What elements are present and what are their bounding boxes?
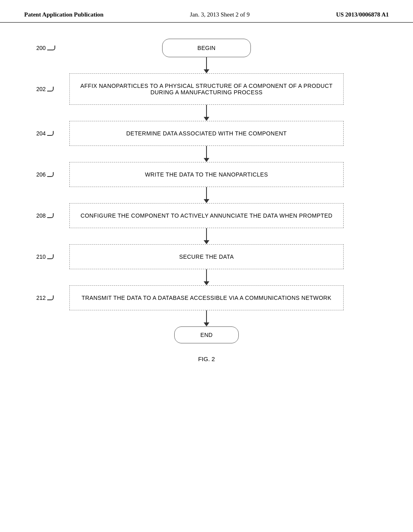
step-210-box: SECURE THE DATA xyxy=(69,244,344,269)
begin-label: BEGIN xyxy=(198,45,216,51)
arrow-head-4 xyxy=(204,199,209,203)
step-208-text: CONFIGURE THE COMPONENT TO ACTIVELY ANNU… xyxy=(81,212,333,219)
flowchart: 200 BEGIN 202 AFFIX NANOPARTICLES TO A P… xyxy=(24,35,389,343)
arrow-line-7 xyxy=(206,310,207,322)
diagram-area: 200 BEGIN 202 AFFIX NANOPARTICLES TO A P… xyxy=(0,23,413,378)
step-206-label: 206 xyxy=(36,171,54,178)
step-210-label: 210 xyxy=(36,254,54,260)
step-208-box: CONFIGURE THE COMPONENT TO ACTIVELY ANNU… xyxy=(69,203,344,228)
step-204-box: DETERMINE DATA ASSOCIATED WITH THE COMPO… xyxy=(69,121,344,146)
end-box: END xyxy=(174,326,239,343)
arrow-line-2 xyxy=(206,105,207,117)
step-212-number: 212 xyxy=(36,295,46,301)
step-202-label: 202 xyxy=(36,86,54,92)
header-publication-label: Patent Application Publication xyxy=(24,11,104,18)
step-204-number: 204 xyxy=(36,130,46,137)
step-212-text: TRANSMIT THE DATA TO A DATABASE ACCESSIB… xyxy=(81,295,332,301)
step-204-row: 204 DETERMINE DATA ASSOCIATED WITH THE C… xyxy=(24,121,389,146)
arrow-line-6 xyxy=(206,269,207,281)
figure-label-text: FIG. 2 xyxy=(198,355,215,362)
arrow-5 xyxy=(204,228,209,244)
step-200-label: 200 xyxy=(36,45,55,51)
step-208-row: 208 CONFIGURE THE COMPONENT TO ACTIVELY … xyxy=(24,203,389,228)
corner-marker-212 xyxy=(47,295,54,300)
arrow-head-5 xyxy=(204,240,209,244)
arrow-1 xyxy=(204,57,209,73)
step-206-row: 206 WRITE THE DATA TO THE NANOPARTICLES xyxy=(24,162,389,187)
step-202-row: 202 AFFIX NANOPARTICLES TO A PHYSICAL ST… xyxy=(24,73,389,105)
step-210-number: 210 xyxy=(36,254,46,260)
step-206-number: 206 xyxy=(36,171,46,178)
step-210-row: 210 SECURE THE DATA xyxy=(24,244,389,269)
begin-box: BEGIN xyxy=(162,39,251,57)
begin-row: 200 BEGIN xyxy=(24,39,389,57)
corner-marker-200 xyxy=(47,46,55,50)
arrow-4 xyxy=(204,187,209,203)
arrow-6 xyxy=(204,269,209,285)
step-202-text: AFFIX NANOPARTICLES TO A PHYSICAL STRUCT… xyxy=(80,83,332,96)
step-206-box: WRITE THE DATA TO THE NANOPARTICLES xyxy=(69,162,344,187)
corner-marker-202 xyxy=(47,87,54,91)
step-208-number: 208 xyxy=(36,212,46,219)
step-212-row: 212 TRANSMIT THE DATA TO A DATABASE ACCE… xyxy=(24,285,389,310)
step-206-text: WRITE THE DATA TO THE NANOPARTICLES xyxy=(145,171,268,178)
arrow-line-3 xyxy=(206,146,207,158)
step-212-box: TRANSMIT THE DATA TO A DATABASE ACCESSIB… xyxy=(69,285,344,310)
arrow-head-1 xyxy=(204,69,209,73)
end-label: END xyxy=(200,332,213,338)
step-202-box: AFFIX NANOPARTICLES TO A PHYSICAL STRUCT… xyxy=(69,73,344,105)
header-patent-number: US 2013/0006878 A1 xyxy=(336,11,389,18)
arrow-head-2 xyxy=(204,117,209,121)
arrow-line-4 xyxy=(206,187,207,199)
end-row: END xyxy=(24,326,389,343)
arrow-line-5 xyxy=(206,228,207,240)
corner-marker-208 xyxy=(47,213,54,218)
arrow-2 xyxy=(204,105,209,121)
corner-marker-206 xyxy=(47,172,54,177)
arrow-7 xyxy=(204,310,209,326)
figure-label: FIG. 2 xyxy=(198,355,215,362)
corner-marker-210 xyxy=(47,254,54,259)
step-208-label: 208 xyxy=(36,212,54,219)
arrow-head-7 xyxy=(204,322,209,326)
step-202-number: 202 xyxy=(36,86,46,92)
step-204-text: DETERMINE DATA ASSOCIATED WITH THE COMPO… xyxy=(126,130,287,137)
step-212-label: 212 xyxy=(36,295,54,301)
step-210-text: SECURE THE DATA xyxy=(179,254,234,260)
arrow-head-6 xyxy=(204,281,209,285)
arrow-3 xyxy=(204,146,209,162)
step-204-label: 204 xyxy=(36,130,54,137)
header-date-sheet: Jan. 3, 2013 Sheet 2 of 9 xyxy=(190,11,250,18)
arrow-head-3 xyxy=(204,158,209,162)
step-200-number: 200 xyxy=(36,45,46,51)
corner-marker-204 xyxy=(47,131,54,136)
page-header: Patent Application Publication Jan. 3, 2… xyxy=(0,0,413,23)
arrow-line-1 xyxy=(206,57,207,69)
